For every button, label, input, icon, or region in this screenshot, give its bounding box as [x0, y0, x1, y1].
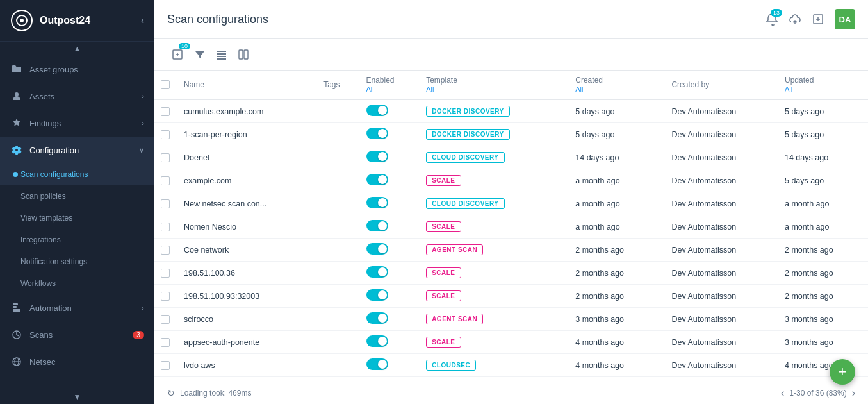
sidebar-item-netsec[interactable]: Netsec [0, 348, 154, 375]
row-checkbox[interactable] [161, 361, 170, 370]
enabled-toggle[interactable] [366, 128, 388, 139]
sidebar-item-workflows[interactable]: Workflows [0, 273, 154, 294]
list-view-icon [216, 49, 227, 60]
enabled-toggle[interactable] [366, 220, 388, 231]
sidebar-item-label: Notification settings [20, 257, 87, 266]
sidebar-item-findings[interactable]: Findings › [0, 110, 154, 137]
column-settings-btn[interactable] [234, 45, 253, 64]
row-checkbox[interactable] [161, 130, 170, 139]
enabled-toggle[interactable] [366, 289, 388, 301]
enabled-toggle[interactable] [366, 243, 388, 255]
row-checkbox[interactable] [161, 246, 170, 255]
row-checkbox[interactable] [161, 223, 170, 231]
row-checkbox[interactable] [161, 176, 170, 185]
enabled-toggle[interactable] [366, 174, 388, 185]
refresh-btn[interactable]: ↻ [167, 388, 175, 398]
table-row: example.com SCALE a month ago Dev Automa… [154, 169, 868, 192]
sidebar-item-label: Workflows [20, 279, 56, 288]
enabled-toggle[interactable] [366, 151, 388, 162]
enabled-toggle[interactable] [366, 358, 388, 370]
row-checkbox[interactable] [161, 107, 170, 116]
row-created: a month ago [569, 169, 665, 192]
row-name: Coe network [177, 239, 317, 262]
row-created: 14 days ago [569, 146, 665, 169]
sidebar-item-assets[interactable]: Assets › [0, 83, 154, 110]
template-badge: SCALE [426, 337, 461, 348]
template-badge: CLOUD DISCOVERY [426, 198, 504, 209]
row-checkbox[interactable] [161, 338, 170, 347]
list-view-btn[interactable] [212, 45, 231, 64]
svg-rect-18 [244, 50, 248, 59]
sidebar-item-label: Integrations [20, 235, 61, 244]
fab-add-btn[interactable]: + [830, 359, 855, 385]
svg-rect-5 [13, 306, 17, 308]
template-filter[interactable]: All [426, 85, 434, 93]
main-content: Scan configurations 13 DA 10 [154, 0, 868, 404]
row-created-by: Dev Automatisson [665, 169, 778, 192]
row-enabled [360, 215, 420, 239]
row-updated: 5 days ago [778, 99, 868, 123]
sidebar-item-scan-configurations[interactable]: Scan configurations [0, 164, 154, 185]
enabled-toggle[interactable] [366, 335, 388, 347]
svg-point-2 [20, 19, 24, 22]
sidebar-item-configuration[interactable]: Configuration ∨ [0, 137, 154, 164]
row-checkbox[interactable] [161, 199, 170, 208]
enabled-filter[interactable]: All [366, 85, 374, 93]
row-tags [317, 146, 359, 169]
chevron-down-icon: ∨ [139, 146, 144, 155]
sidebar-item-automation[interactable]: Automation › [0, 294, 154, 321]
row-enabled [360, 377, 420, 382]
upload-btn[interactable] [789, 13, 801, 26]
sidebar-scroll-down[interactable]: ▼ [0, 390, 154, 404]
user-avatar[interactable]: DA [835, 9, 855, 29]
enabled-toggle[interactable] [366, 197, 388, 208]
enabled-toggle[interactable] [366, 266, 388, 278]
folder-icon [10, 63, 23, 76]
sidebar-collapse-btn[interactable]: ‹ [141, 15, 144, 26]
updated-filter[interactable]: All [785, 85, 792, 93]
assets-icon [10, 90, 23, 103]
svg-point-3 [15, 92, 19, 96]
export-btn[interactable] [812, 13, 824, 26]
sidebar-item-scans[interactable]: Scans 3 [0, 321, 154, 348]
row-tags [317, 99, 359, 123]
row-created: 4 months ago [569, 377, 665, 382]
columns-icon [238, 49, 249, 60]
sidebar-scroll-up[interactable]: ▲ [0, 42, 154, 56]
outpost24-logo-icon [10, 9, 33, 32]
notification-bell-btn[interactable]: 13 [766, 13, 778, 26]
select-all-checkbox[interactable] [161, 80, 170, 89]
prev-page-btn[interactable]: ‹ [781, 387, 784, 399]
sidebar-item-notification-settings[interactable]: Notification settings [0, 251, 154, 273]
row-template: SCALE [420, 331, 569, 354]
scans-icon [10, 328, 23, 341]
sidebar-item-asset-groups[interactable]: Asset groups [0, 56, 154, 83]
cloud-upload-icon [789, 13, 801, 26]
row-updated: 14 days ago [778, 146, 868, 169]
svg-rect-4 [13, 309, 20, 312]
sidebar-item-integrations[interactable]: Integrations [0, 229, 154, 251]
enabled-toggle[interactable] [366, 105, 388, 116]
row-checkbox[interactable] [161, 315, 170, 324]
enabled-toggle[interactable] [366, 312, 388, 324]
row-template: AGENT SCAN [420, 239, 569, 262]
filter-btn[interactable] [190, 45, 209, 64]
row-created: 5 days ago [569, 123, 665, 146]
row-created: 2 months ago [569, 239, 665, 262]
col-header-template: TemplateAll [420, 71, 569, 99]
row-checkbox[interactable] [161, 292, 170, 301]
next-page-btn[interactable]: › [852, 387, 855, 399]
row-checkbox[interactable] [161, 269, 170, 278]
sidebar-nav: Asset groups Assets › Findings › Configu… [0, 56, 154, 390]
sidebar-item-view-templates[interactable]: View templates [0, 207, 154, 229]
add-scan-config-btn[interactable]: 10 [167, 44, 188, 65]
created-filter[interactable]: All [575, 85, 583, 93]
row-created-by: Dev Automatisson [665, 377, 778, 382]
row-name: lvdo aws [177, 377, 317, 382]
sidebar-item-scan-policies[interactable]: Scan policies [0, 185, 154, 207]
col-header-created-by: Created by [665, 71, 778, 99]
chevron-right-icon: › [142, 304, 144, 312]
row-updated: a month ago [778, 215, 868, 239]
row-tags [317, 377, 359, 382]
row-checkbox[interactable] [161, 153, 170, 162]
